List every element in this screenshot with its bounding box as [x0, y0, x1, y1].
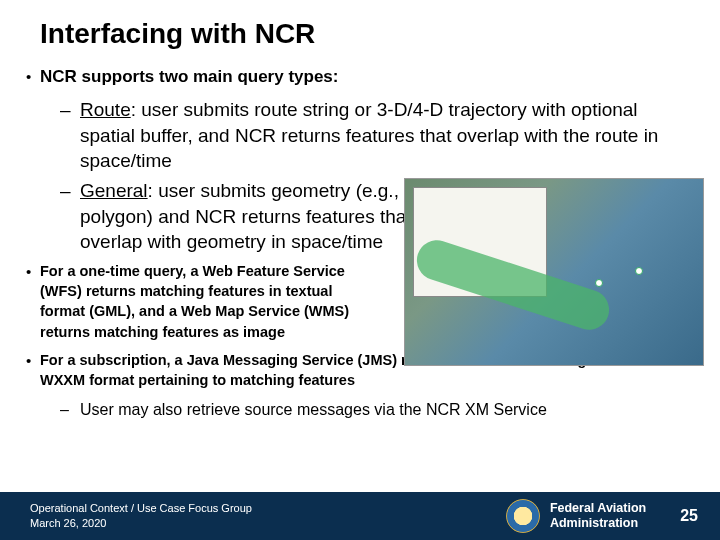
map-marker-icon	[595, 279, 603, 287]
footer-agency: Federal Aviation Administration	[506, 499, 646, 533]
sub-bullet-xm: – User may also retrieve source messages…	[60, 399, 694, 421]
footer-left: Operational Context / Use Case Focus Gro…	[30, 501, 506, 531]
page-number: 25	[680, 507, 698, 525]
slide-title: Interfacing with NCR	[40, 18, 694, 50]
faa-seal-icon	[506, 499, 540, 533]
bullet-main: • NCR supports two main query types:	[26, 66, 694, 89]
slide: Interfacing with NCR • NCR supports two …	[0, 0, 720, 540]
footer-group: Operational Context / Use Case Focus Gro…	[30, 501, 506, 516]
footer-bar: Operational Context / Use Case Focus Gro…	[0, 492, 720, 540]
footer-date: March 26, 2020	[30, 516, 506, 531]
map-marker-icon	[635, 267, 643, 275]
sub-bullet-route: – Route: user submits route string or 3-…	[60, 97, 694, 174]
map-image	[404, 178, 704, 366]
